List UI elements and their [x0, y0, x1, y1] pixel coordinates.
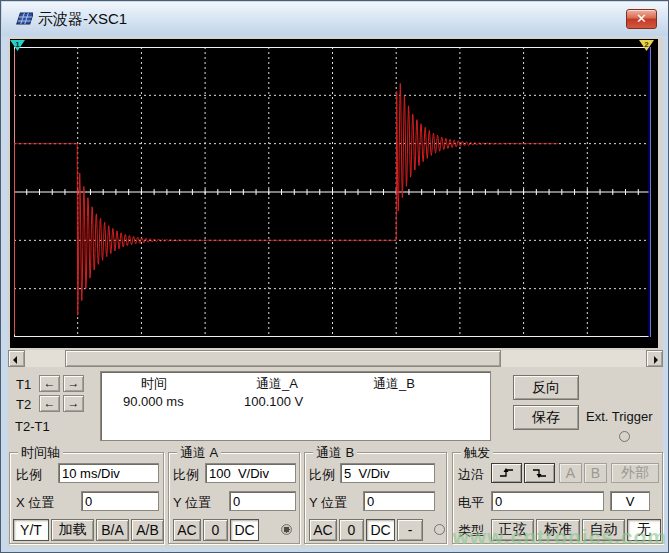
channel-b-zero-button[interactable]: 0 [339, 519, 364, 541]
scroll-left-button[interactable] [8, 350, 25, 367]
t1-left-button[interactable]: ← [39, 375, 60, 392]
trigger-level-unit-select[interactable]: V [610, 491, 650, 511]
left-arrow-icon [13, 356, 17, 364]
left-arrow-icon: ← [44, 396, 56, 410]
window-title: 示波器-XSC1 [38, 10, 127, 29]
trigger-sing-button[interactable]: 正弦 [491, 519, 534, 541]
channel-a-zero-button[interactable]: 0 [203, 519, 228, 541]
column-time: 时间 [141, 375, 167, 393]
channel-b-ac-label: AC [313, 522, 332, 538]
channel-b-terminal-radio[interactable] [434, 524, 445, 535]
channel-a-scale-input[interactable] [205, 463, 296, 483]
channel-b-ypos-label: Y 位置 [309, 494, 347, 512]
timebase-scale-input[interactable] [58, 463, 159, 483]
ext-trigger-terminal[interactable] [619, 431, 630, 442]
oscilloscope-window: 示波器-XSC1 ✕ 1 2 T1 ← → [0, 0, 669, 553]
channel-a-ypos-input[interactable] [229, 491, 296, 511]
channel-b-minus-button[interactable]: - [397, 519, 423, 541]
trigger-none-button[interactable]: 无 [627, 519, 661, 541]
ab-mode-button[interactable]: A/B [131, 519, 164, 541]
horizontal-scrollbar[interactable] [8, 350, 663, 367]
channel-b-scale-label: 比例 [309, 466, 335, 484]
column-channel-a: 通道_A [256, 375, 298, 393]
channel-a-ac-label: AC [177, 522, 196, 538]
channel-a-ypos-label: Y 位置 [173, 494, 211, 512]
trigger-sing-label: 正弦 [499, 521, 527, 539]
trigger-falling-edge-button[interactable] [524, 463, 555, 483]
channel-b-dc-label: DC [370, 522, 390, 538]
yt-button-label: Y/T [20, 522, 42, 538]
t2-left-button[interactable]: ← [39, 395, 60, 412]
trigger-nor-button[interactable]: 标准 [536, 519, 580, 541]
channel-a-group: 通道 A 比例 Y 位置 AC 0 DC [168, 452, 300, 544]
channel-b-group: 通道 B 比例 Y 位置 AC 0 DC - [304, 452, 447, 544]
channel-b-dc-button[interactable]: DC [366, 519, 395, 541]
trigger-level-label: 电平 [458, 494, 484, 512]
trigger-auto-button[interactable]: 自动 [582, 519, 625, 541]
cursor2-label: 2 [644, 40, 648, 49]
rising-edge-icon [498, 467, 515, 479]
timebase-scale-label: 比例 [16, 466, 42, 484]
save-button-label: 保存 [532, 409, 560, 427]
trigger-auto-label: 自动 [590, 521, 618, 539]
channel-a-ac-button[interactable]: AC [173, 519, 201, 541]
trigger-b-button[interactable]: B [584, 463, 607, 483]
timebase-xpos-label: X 位置 [16, 494, 54, 512]
add-button-label: 加载 [59, 521, 87, 539]
channel-a-zero-label: 0 [212, 522, 220, 538]
add-mode-button[interactable]: 加载 [51, 519, 94, 541]
save-button[interactable]: 保存 [513, 405, 579, 430]
timebase-title: 时间轴 [18, 444, 63, 462]
scrollbar-thumb[interactable] [65, 350, 501, 367]
cursor1-label: 1 [15, 40, 19, 49]
close-icon: ✕ [636, 11, 647, 26]
scroll-right-button[interactable] [646, 350, 663, 367]
left-arrow-icon: ← [44, 376, 56, 390]
reverse-button[interactable]: 反向 [513, 375, 579, 400]
close-button[interactable]: ✕ [626, 9, 657, 29]
trigger-level-input[interactable] [491, 491, 604, 511]
title-bar[interactable]: 示波器-XSC1 ✕ [2, 2, 669, 36]
measurement-readout: 时间 通道_A 通道_B 90.000 ms 100.100 V [100, 371, 491, 441]
channel-a-terminal-radio[interactable] [281, 524, 292, 535]
channel-a-title: 通道 A [177, 444, 221, 462]
right-arrow-icon [654, 356, 658, 364]
ba-mode-button[interactable]: B/A [96, 519, 129, 541]
trigger-nor-label: 标准 [544, 521, 572, 539]
ba-button-label: B/A [101, 522, 124, 538]
t2-label: T2 [16, 397, 31, 412]
t1-channel-a-value: 100.100 V [244, 394, 303, 409]
t1-right-button[interactable]: → [63, 375, 84, 392]
instrument-icon [14, 11, 33, 26]
trigger-title: 触发 [461, 444, 493, 462]
right-arrow-icon: → [68, 376, 80, 390]
channel-a-dc-button[interactable]: DC [230, 519, 259, 541]
trigger-a-button[interactable]: A [559, 463, 582, 483]
reverse-button-label: 反向 [532, 379, 560, 397]
channel-b-title: 通道 B [313, 444, 357, 462]
timebase-xpos-input[interactable] [81, 491, 159, 511]
t1-label: T1 [16, 377, 31, 392]
trigger-edge-label: 边沿 [458, 466, 484, 484]
yt-mode-button[interactable]: Y/T [13, 519, 49, 541]
scope-grid-and-trace [14, 47, 651, 337]
channel-a-dc-label: DC [234, 522, 254, 538]
trigger-none-label: 无 [637, 521, 651, 539]
window-content: 1 2 T1 ← → T2 ← → T2-T1 时间 通道_A 通道_B [8, 37, 663, 547]
trigger-ext-button[interactable]: 外部 [611, 463, 659, 483]
ext-trigger-label: Ext. Trigger [586, 409, 652, 424]
channel-a-scale-label: 比例 [173, 466, 199, 484]
timebase-group: 时间轴 比例 X 位置 Y/T 加载 B/A A/B [9, 452, 164, 544]
trigger-a-label: A [566, 465, 575, 481]
trigger-type-label: 类型 [458, 522, 484, 540]
trigger-level-unit: V [626, 494, 635, 509]
trigger-rising-edge-button[interactable] [491, 463, 522, 483]
channel-b-zero-label: 0 [348, 522, 356, 538]
t1-time-value: 90.000 ms [123, 394, 184, 409]
falling-edge-icon [531, 467, 548, 479]
channel-b-ypos-input[interactable] [363, 491, 435, 511]
t2-right-button[interactable]: → [63, 395, 84, 412]
t2-minus-t1-label: T2-T1 [15, 419, 50, 434]
channel-b-scale-input[interactable] [340, 463, 435, 483]
channel-b-ac-button[interactable]: AC [309, 519, 337, 541]
